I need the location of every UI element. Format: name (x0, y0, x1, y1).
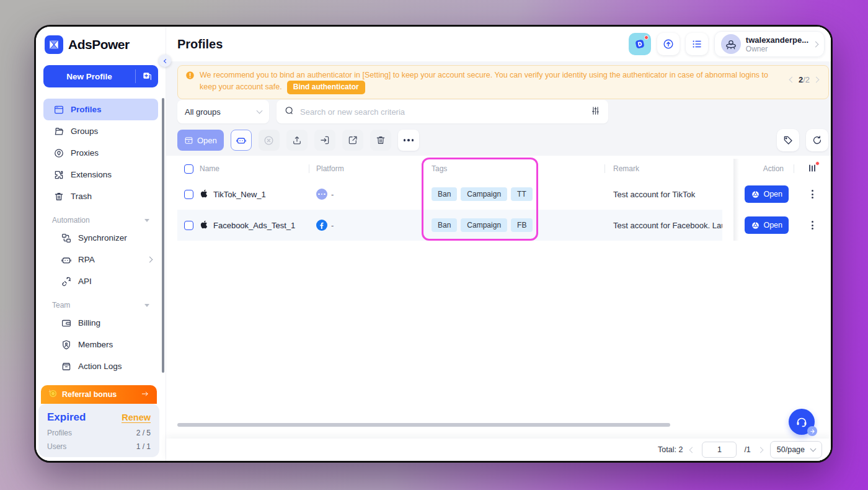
tag-pill[interactable]: Ban (432, 218, 457, 232)
section-automation[interactable]: Automation (43, 207, 158, 227)
sidebar-item-trash[interactable]: Trash (43, 185, 158, 207)
notification-dot (644, 35, 649, 40)
upload-icon (291, 135, 303, 146)
remark-text: Test account for Facebook. Launch (604, 210, 722, 241)
usage-profiles: Profiles 2 / 5 (47, 429, 151, 437)
prev-page-icon[interactable] (689, 447, 696, 453)
sidebar-item-billing[interactable]: Billing (43, 312, 158, 334)
circle-x-icon (263, 135, 275, 146)
filter-row: All groups (177, 100, 608, 123)
user-name: twalexanderpe... (746, 35, 808, 45)
synchronizer-icon (61, 233, 72, 244)
checklist-icon (691, 38, 702, 50)
row-checkbox[interactable] (184, 190, 193, 199)
section-team[interactable]: Team (43, 292, 158, 312)
rpa-robot-button[interactable] (231, 130, 252, 151)
open-profile-button[interactable]: Open (745, 185, 789, 203)
sidebar-collapse-button[interactable] (159, 55, 171, 67)
bind-authenticator-button[interactable]: Bind authenticator (287, 81, 365, 94)
more-actions-button[interactable] (398, 130, 419, 151)
next-page-icon[interactable] (757, 447, 763, 453)
tag-pill[interactable]: FB (511, 218, 533, 232)
collapse-caret-icon (144, 304, 149, 307)
sidebar-nav: Profiles Groups Proxies Extensions Trash (36, 87, 166, 377)
sidebar-item-action-logs[interactable]: Action Logs (43, 355, 158, 377)
tag-icon (782, 135, 794, 146)
page-header: Profiles (166, 27, 831, 61)
sidebar-item-groups[interactable]: Groups (43, 120, 158, 142)
robot-icon (61, 254, 72, 265)
sidebar-item-extensions[interactable]: Extensions (43, 164, 158, 185)
table-row[interactable]: Facebook_Ads_Test_1 - Ban Campaign FB Te… (177, 210, 831, 241)
warning-icon (185, 70, 195, 82)
row-menu-button[interactable] (809, 187, 816, 201)
notification-dot (815, 161, 820, 166)
app-marketplace-button[interactable] (629, 33, 651, 55)
sidebar-item-api[interactable]: API (43, 270, 158, 292)
tag-pill[interactable]: Ban (432, 187, 457, 201)
page-size-select[interactable]: 50/page (770, 441, 822, 458)
sidebar-item-profiles[interactable]: Profiles (43, 99, 158, 120)
sidebar-item-label: Profiles (71, 105, 102, 114)
sidebar-item-rpa[interactable]: RPA (43, 249, 158, 270)
close-profiles-button[interactable] (259, 130, 280, 151)
banner-text: We recommend you to bind an authenticato… (200, 70, 785, 94)
sidebar-item-members[interactable]: Members (43, 334, 158, 355)
advanced-filter-icon[interactable] (590, 105, 601, 118)
add-profile-icon[interactable] (136, 65, 158, 87)
chevron-down-icon (810, 446, 817, 452)
import-button[interactable] (314, 130, 335, 151)
sidebar-item-label: Extensions (71, 170, 112, 179)
platform-icon (316, 189, 327, 200)
open-profile-button[interactable]: Open (745, 216, 789, 234)
horizontal-scrollbar[interactable] (177, 423, 670, 427)
page-size-value: 50/page (777, 445, 805, 454)
user-account-chip[interactable]: twalexanderpe... Owner (714, 31, 825, 57)
column-settings-button[interactable] (807, 163, 817, 175)
archive-icon (61, 361, 72, 372)
row-checkbox[interactable] (184, 221, 193, 230)
tag-pill[interactable]: Campaign (461, 218, 507, 232)
platform-value: - (331, 221, 334, 230)
group-filter-select[interactable]: All groups (177, 100, 269, 123)
export-upload-button[interactable] (286, 130, 308, 151)
sidebar-item-proxies[interactable]: Proxies (43, 142, 158, 164)
renew-link[interactable]: Renew (122, 412, 151, 423)
table-row[interactable]: TikTok_New_1 - Ban Campaign TT Test acco… (177, 179, 831, 210)
select-all-checkbox[interactable] (184, 164, 193, 174)
new-profile-button[interactable]: New Profile (43, 65, 158, 87)
row-menu-button[interactable] (809, 218, 816, 232)
bulk-open-button[interactable]: Open (177, 130, 224, 151)
share-button[interactable] (342, 130, 363, 151)
user-role: Owner (746, 45, 808, 53)
banner-next-icon[interactable] (813, 77, 820, 83)
profile-name: TikTok_New_1 (213, 190, 266, 199)
group-filter-value: All groups (185, 107, 221, 117)
tag-pill[interactable]: TT (511, 187, 533, 201)
support-button[interactable] (789, 409, 815, 435)
search-box[interactable] (277, 100, 608, 123)
total-count: Total: 2 (658, 445, 683, 454)
puzzle-icon (53, 169, 64, 180)
refresh-button[interactable] (806, 129, 828, 151)
search-icon (284, 105, 294, 118)
new-profile-label[interactable]: New Profile (43, 65, 135, 87)
profile-name: Facebook_Ads_Test_1 (213, 221, 295, 230)
open-label: Open (197, 136, 217, 145)
coin-icon (48, 389, 58, 400)
sync-button[interactable] (657, 33, 680, 55)
tag-pill[interactable]: Campaign (461, 187, 507, 201)
browser-icon (751, 190, 760, 199)
delete-button[interactable] (370, 130, 391, 151)
referral-bonus-banner[interactable]: Referral bonus (41, 385, 157, 404)
page-number-input[interactable] (702, 442, 737, 458)
task-list-button[interactable] (686, 33, 708, 55)
sidebar-item-label: Members (78, 340, 113, 349)
sidebar-scrollbar[interactable] (162, 98, 164, 373)
manage-tags-button[interactable] (777, 129, 799, 151)
sidebar-item-synchronizer[interactable]: Synchronizer (43, 227, 158, 249)
search-input[interactable] (300, 107, 585, 117)
banner-page-total: /2 (803, 75, 810, 84)
banner-prev-icon[interactable] (789, 77, 795, 83)
page-title: Profiles (177, 37, 223, 51)
